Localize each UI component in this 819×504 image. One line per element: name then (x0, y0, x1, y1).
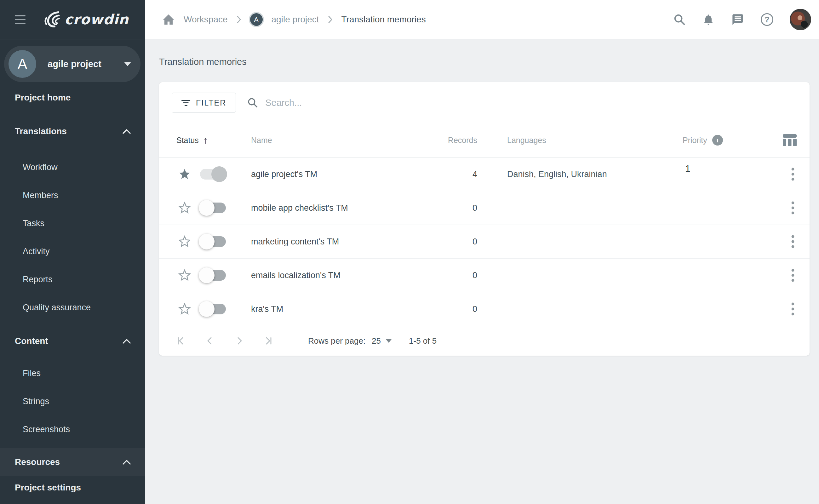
tm-name[interactable]: agile project's TM (241, 169, 400, 179)
tm-name[interactable]: emails localization's TM (241, 271, 400, 280)
sidebar-item-reports[interactable]: Reports (0, 266, 145, 294)
star-icon (178, 303, 191, 315)
help-icon[interactable]: ? (761, 13, 773, 26)
sidebar-section-resources[interactable]: Resources (0, 448, 145, 476)
rows-per-page-select[interactable]: 25 (372, 336, 381, 346)
sidebar: crowdin A agile project Project home Tra… (0, 0, 145, 504)
svg-text:crowdin: crowdin (65, 11, 129, 27)
table-row[interactable]: kra's TM 0 (159, 292, 810, 326)
page-content: Translation memories FILTER Status ↑ Nam… (145, 39, 819, 356)
sidebar-item-workflow[interactable]: Workflow (0, 153, 145, 181)
home-icon[interactable] (162, 14, 175, 25)
star-icon (178, 269, 191, 282)
chevron-right-icon (237, 15, 241, 24)
table-toolbar: FILTER (159, 82, 810, 123)
sidebar-section-translations[interactable]: Translations (0, 119, 145, 144)
column-header-languages: Languages (477, 136, 654, 145)
translation-memories-card: FILTER Status ↑ Name Records Languages P… (159, 82, 810, 356)
sidebar-item-screenshots[interactable]: Screenshots (0, 415, 145, 444)
search-icon[interactable] (673, 13, 686, 26)
favorite-star-cell[interactable] (178, 235, 200, 248)
page-title: Translation memories (159, 57, 810, 67)
topbar: Workspace A agile project Translation me… (145, 0, 819, 39)
crowdin-logo-icon: crowdin (42, 9, 136, 30)
row-menu-kebab-icon[interactable] (789, 268, 797, 282)
favorite-star-cell[interactable] (178, 168, 200, 180)
chevron-down-icon[interactable] (386, 339, 392, 343)
next-page-button[interactable] (233, 335, 245, 347)
sidebar-item-project-settings[interactable]: Project settings (0, 476, 145, 499)
sidebar-item-quality-assurance[interactable]: Quality assurance (0, 294, 145, 322)
column-header-priority: Priority i (654, 135, 761, 146)
sidebar-item-members[interactable]: Members (0, 181, 145, 209)
sidebar-item-tasks[interactable]: Tasks (0, 209, 145, 238)
divider (0, 326, 145, 326)
status-toggle[interactable] (200, 169, 226, 180)
tm-name[interactable]: mobile app checklist's TM (241, 203, 400, 213)
rows-per-page-label: Rows per page: (308, 336, 365, 346)
breadcrumb: Workspace A agile project Translation me… (162, 13, 426, 26)
pagination: Rows per page: 25 1-5 of 5 (159, 326, 810, 356)
topbar-actions: ? (673, 9, 811, 30)
chevron-up-icon (122, 129, 131, 134)
chevron-up-icon (122, 460, 131, 465)
hamburger-menu-icon[interactable] (15, 15, 26, 24)
last-page-button[interactable] (262, 335, 274, 347)
sidebar-section-content[interactable]: Content (0, 329, 145, 354)
column-header-name: Name (241, 136, 400, 145)
tm-records: 0 (400, 271, 477, 280)
breadcrumb-project[interactable]: agile project (272, 14, 319, 25)
previous-page-button[interactable] (204, 335, 216, 347)
tm-name[interactable]: marketing content's TM (241, 237, 400, 247)
priority-input[interactable]: 1 (683, 163, 729, 185)
favorite-star-cell[interactable] (178, 202, 200, 214)
user-avatar[interactable] (790, 9, 811, 30)
breadcrumb-workspace[interactable]: Workspace (184, 14, 228, 25)
sidebar-item-files[interactable]: Files (0, 359, 145, 387)
tm-records: 0 (400, 203, 477, 213)
project-selector[interactable]: A agile project (4, 46, 140, 82)
table-header: Status ↑ Name Records Languages Priority… (159, 123, 810, 157)
messages-chat-icon[interactable] (731, 13, 744, 26)
filter-button[interactable]: FILTER (172, 93, 236, 113)
status-toggle[interactable] (200, 203, 226, 213)
row-menu-kebab-icon[interactable] (789, 302, 797, 316)
notifications-bell-icon[interactable] (702, 13, 715, 26)
status-toggle[interactable] (200, 270, 226, 281)
tm-name[interactable]: kra's TM (241, 304, 400, 314)
info-icon[interactable]: i (712, 135, 723, 146)
first-page-button[interactable] (175, 335, 187, 347)
status-toggle[interactable] (200, 304, 226, 314)
row-menu-kebab-icon[interactable] (789, 235, 797, 249)
table-row[interactable]: agile project's TM 4 Danish, English, Uk… (159, 157, 810, 191)
status-toggle[interactable] (200, 236, 226, 247)
table-row[interactable]: mobile app checklist's TM 0 (159, 191, 810, 225)
tm-languages: Danish, English, Ukrainian (477, 169, 654, 179)
star-icon (178, 235, 191, 248)
tm-records: 0 (400, 237, 477, 247)
search-icon (247, 97, 258, 108)
divider (0, 109, 145, 109)
table-row[interactable]: marketing content's TM 0 (159, 225, 810, 259)
sidebar-item-activity[interactable]: Activity (0, 238, 145, 266)
table-row[interactable]: emails localization's TM 0 (159, 259, 810, 292)
row-menu-kebab-icon[interactable] (789, 201, 797, 215)
main-area: Workspace A agile project Translation me… (145, 0, 819, 504)
breadcrumb-project-avatar: A (250, 13, 263, 26)
filter-list-icon (181, 100, 190, 106)
sort-ascending-icon: ↑ (203, 135, 208, 145)
pagination-range: 1-5 of 5 (409, 336, 437, 346)
favorite-star-cell[interactable] (178, 269, 200, 282)
sidebar-item-strings[interactable]: Strings (0, 387, 145, 415)
sidebar-item-project-home[interactable]: Project home (0, 86, 145, 109)
favorite-star-cell[interactable] (178, 303, 200, 315)
column-settings-icon[interactable] (782, 134, 797, 147)
project-avatar: A (9, 50, 36, 78)
column-header-status[interactable]: Status ↑ (176, 135, 241, 145)
chevron-up-icon (122, 339, 131, 344)
tm-records: 0 (400, 304, 477, 314)
search-input[interactable] (265, 98, 486, 108)
crowdin-logo: crowdin (42, 9, 136, 30)
chevron-down-icon (124, 62, 131, 66)
row-menu-kebab-icon[interactable] (789, 167, 797, 181)
